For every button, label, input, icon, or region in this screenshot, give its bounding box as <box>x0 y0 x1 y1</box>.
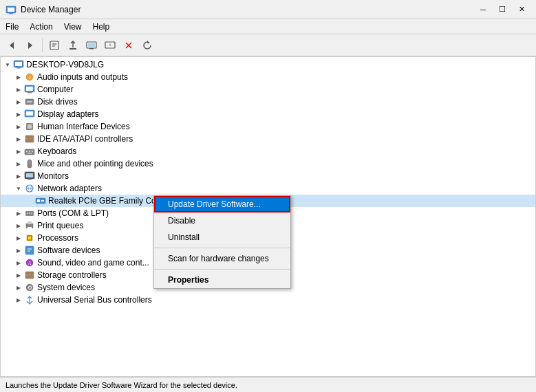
svg-rect-53 <box>28 227 32 229</box>
menu-bar: File Action View Help <box>0 19 536 34</box>
tree-label-processors: Processors <box>37 233 78 243</box>
svg-rect-52 <box>28 221 32 224</box>
tree-arrow-display[interactable] <box>13 109 24 120</box>
tree-item-keyboard[interactable]: Keyboards <box>1 145 535 157</box>
tree-item-computer[interactable]: Computer <box>1 83 535 96</box>
tree-icon-print <box>24 220 35 231</box>
context-menu-sep-sep2 <box>154 269 290 270</box>
update-driver-button[interactable] <box>64 36 82 54</box>
tree-icon-disk <box>24 96 35 107</box>
tree-icon-soft <box>24 245 35 256</box>
tree-icon-hid <box>24 121 35 132</box>
menu-file[interactable]: File <box>0 19 24 34</box>
tree-label-ide: IDE ATA/ATAPI controllers <box>37 134 133 144</box>
svg-rect-1 <box>8 8 14 12</box>
tree-arrow-mice[interactable] <box>13 158 24 169</box>
tree-arrow-sound[interactable] <box>13 257 24 268</box>
context-menu-item-scan[interactable]: Scan for hardware changes <box>154 250 290 267</box>
tree-arrow-printq[interactable] <box>13 220 24 231</box>
tree-icon-storage <box>24 133 35 144</box>
tree-arrow-processors[interactable] <box>13 232 24 243</box>
tree-label-mice: Mice and other pointing devices <box>37 159 153 168</box>
tree-arrow-software[interactable] <box>13 245 24 256</box>
menu-action[interactable]: Action <box>24 19 58 34</box>
context-menu-item-disable[interactable]: Disable <box>154 213 290 229</box>
tree-arrow-usb[interactable] <box>13 294 24 305</box>
back-button[interactable] <box>3 36 21 54</box>
context-menu: Update Driver Software...DisableUninstal… <box>153 195 291 289</box>
tree-icon-usb <box>24 294 35 305</box>
tree-item-display[interactable]: Display adapters <box>1 108 535 120</box>
tree-item-root[interactable]: DESKTOP-V9D8JLG <box>1 58 535 71</box>
tree-item-hid[interactable]: Human Interface Devices <box>1 120 535 133</box>
uninstall-button[interactable] <box>120 36 138 54</box>
tree-icon-keyboard <box>24 146 35 157</box>
tree-arrow-sysdev[interactable] <box>13 282 24 293</box>
tree-label-network: Network adapters <box>37 184 102 193</box>
svg-rect-41 <box>28 179 32 180</box>
tree-arrow-computer[interactable] <box>13 84 24 95</box>
tree-icon-nic <box>35 195 46 206</box>
tree-arrow-keyboard[interactable] <box>13 146 24 157</box>
tree-item-network[interactable]: Network adapters <box>1 182 535 195</box>
svg-rect-19 <box>17 67 21 69</box>
tree-icon-computer <box>13 59 24 70</box>
context-menu-item-update[interactable]: Update Driver Software... <box>154 196 290 213</box>
device-manager-icon-button[interactable] <box>83 36 100 54</box>
scan-changes-button[interactable] <box>138 36 156 54</box>
tree-item-usb[interactable]: Universal Serial Bus controllers <box>1 294 535 306</box>
tree-icon-sound: ♫ <box>24 257 35 268</box>
toolbar-sep-1 <box>42 39 43 52</box>
tree-arrow-audio[interactable] <box>13 72 24 83</box>
tree-icon-monitor <box>24 171 35 182</box>
properties-button[interactable] <box>45 36 63 54</box>
svg-rect-36 <box>32 151 33 152</box>
menu-help[interactable]: Help <box>87 19 116 34</box>
tree-item-mice[interactable]: Mice and other pointing devices <box>1 157 535 170</box>
context-menu-item-uninstall[interactable]: Uninstall <box>154 229 290 246</box>
tree-icon-mouse <box>24 158 35 169</box>
tree-icon-port <box>24 208 35 219</box>
tree-arrow-ports[interactable] <box>13 208 24 219</box>
tree-arrow-root[interactable] <box>2 59 13 70</box>
svg-rect-24 <box>28 92 32 94</box>
tree-arrow-monitors[interactable] <box>13 171 24 182</box>
tree-arrow-storctrl[interactable] <box>13 270 24 281</box>
tree-arrow-network[interactable] <box>13 183 24 194</box>
svg-rect-10 <box>88 43 95 47</box>
add-legacy-button[interactable]: + <box>101 36 119 54</box>
tree-arrow-ide[interactable] <box>13 133 24 144</box>
svg-rect-26 <box>27 101 32 102</box>
context-menu-item-properties[interactable]: Properties <box>154 272 290 288</box>
tree-label-software: Software devices <box>37 246 100 255</box>
tree-item-monitors[interactable]: Monitors <box>1 170 535 182</box>
svg-rect-46 <box>41 200 44 202</box>
svg-rect-35 <box>29 151 30 152</box>
forward-button[interactable] <box>21 36 39 54</box>
svg-point-50 <box>31 213 32 214</box>
minimize-button[interactable]: ─ <box>474 3 492 17</box>
tree-label-printq: Print queues <box>37 221 83 230</box>
svg-rect-55 <box>28 237 31 239</box>
tree-label-storctrl: Storage controllers <box>37 270 107 280</box>
svg-text:+: + <box>109 43 111 47</box>
svg-marker-16 <box>147 41 150 43</box>
maximize-button[interactable]: ☐ <box>493 3 511 17</box>
svg-rect-40 <box>26 173 33 177</box>
tree-label-keyboard: Keyboards <box>37 146 76 156</box>
svg-marker-3 <box>10 42 14 49</box>
title-bar: Device Manager ─ ☐ ✕ <box>0 0 536 19</box>
tree-label-monitors: Monitors <box>37 171 69 181</box>
close-button[interactable]: ✕ <box>513 3 530 17</box>
menu-view[interactable]: View <box>58 19 87 34</box>
tree-item-disk[interactable]: Disk drives <box>1 96 535 108</box>
tree-item-audio[interactable]: ♪Audio inputs and outputs <box>1 71 535 83</box>
tree-label-hid: Human Interface Devices <box>37 122 130 131</box>
tree-arrow-hid[interactable] <box>13 121 24 132</box>
tree-arrow-disk[interactable] <box>13 96 24 107</box>
svg-point-49 <box>29 213 30 214</box>
svg-rect-18 <box>15 62 22 66</box>
tree-item-ide[interactable]: IDE ATA/ATAPI controllers <box>1 133 535 145</box>
window-controls: ─ ☐ ✕ <box>474 3 530 17</box>
tree-icon-display <box>24 109 35 120</box>
